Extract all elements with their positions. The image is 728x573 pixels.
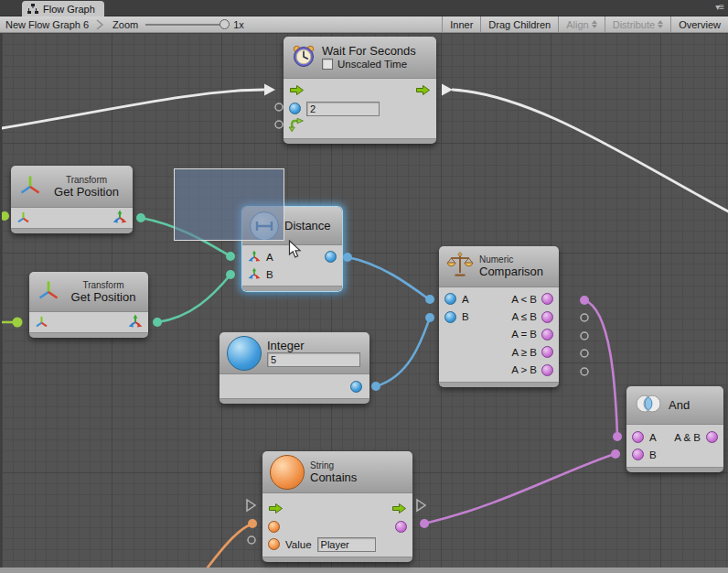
integer-output-port[interactable] [350, 381, 362, 393]
node-wait-footer [284, 138, 436, 144]
value-port[interactable] [268, 538, 280, 550]
node-get-position-1-header[interactable]: Transform Get Position [11, 166, 133, 208]
node-get-position-2-header[interactable]: Transform Get Position [29, 272, 148, 312]
panel-menu-icon[interactable]: ▾≡ [715, 2, 724, 13]
unscaled-time-checkbox[interactable] [322, 59, 333, 70]
node-string-contains[interactable]: String Contains Value [262, 451, 412, 562]
node-comparison-body: A A < B B A ≤ B A = B A ≥ B [439, 287, 559, 382]
node-and[interactable]: And A A & B B [626, 386, 723, 472]
value-label: Value [285, 539, 312, 550]
position-output-port[interactable] [128, 314, 143, 330]
flow-arrowhead-in [264, 84, 275, 96]
flow-graph-icon [27, 4, 38, 15]
overview-button[interactable]: Overview [670, 16, 728, 32]
seconds-port[interactable] [289, 103, 301, 114]
zoom-slider-track[interactable] [145, 24, 228, 26]
wire-integer-to-comparison-b[interactable] [376, 318, 430, 386]
node-numeric-comparison[interactable]: Numeric Comparison A A < B B A ≤ B A = [439, 246, 559, 387]
flow-arrowhead-out [442, 84, 453, 96]
flow-in-port[interactable] [289, 84, 305, 98]
vector3-a-port[interactable] [248, 250, 261, 265]
seconds-input[interactable] [306, 102, 380, 116]
node-get-position-2-footer [29, 332, 148, 338]
zoom-slider-handle[interactable] [219, 19, 230, 29]
tab-title: Flow Graph [43, 4, 95, 15]
output-label: A > B [492, 364, 541, 375]
breadcrumb-chevron-icon [96, 19, 103, 30]
vector3-b-port[interactable] [248, 267, 261, 282]
inner-button[interactable]: Inner [442, 16, 480, 32]
venn-intersection-icon [634, 394, 663, 417]
a-equal-b-port[interactable] [541, 329, 553, 341]
distribute-button[interactable]: Distribute [605, 16, 670, 32]
comparison-a-port[interactable] [444, 293, 456, 305]
a-greaterequal-b-port[interactable] [541, 346, 553, 358]
wire-comparison-to-and-a[interactable] [584, 300, 617, 436]
node-get-position-1-body [11, 208, 133, 228]
node-integer-body [219, 374, 369, 398]
distance-output-port[interactable] [325, 251, 337, 263]
contains-result-port[interactable] [395, 521, 407, 533]
and-b-port[interactable] [632, 449, 644, 460]
node-and-body: A A & B B [626, 425, 723, 467]
node-wait-body [284, 79, 436, 138]
wire-getpos2-to-distance-b[interactable] [157, 275, 230, 322]
flow-in-port[interactable] [268, 503, 284, 516]
scales-icon [446, 251, 474, 282]
output-label: A ≥ B [492, 347, 541, 358]
node-comparison-footer [439, 382, 559, 387]
wire-orange-in[interactable] [205, 524, 251, 568]
node-comparison-header[interactable]: Numeric Comparison [439, 246, 559, 287]
node-integer[interactable]: Integer [219, 332, 369, 404]
selection-rectangle [174, 168, 284, 241]
value-input[interactable] [317, 537, 376, 552]
wire-flow-out[interactable] [453, 90, 728, 212]
node-integer-title: Integer [267, 339, 362, 352]
transform-input-port[interactable] [16, 211, 30, 226]
output-label: A ≤ B [492, 311, 541, 322]
and-b-label: B [649, 449, 657, 460]
node-title: Get Position [71, 290, 136, 304]
node-get-position-1[interactable]: Transform Get Position [11, 166, 133, 233]
node-and-header[interactable]: And [626, 386, 723, 425]
node-and-title: And [669, 398, 690, 412]
and-output-port[interactable] [706, 431, 718, 443]
loop-arrow-icon[interactable] [289, 118, 304, 134]
comparison-b-port[interactable] [444, 311, 456, 323]
and-a-port[interactable] [632, 431, 644, 443]
node-integer-header[interactable]: Integer [219, 332, 369, 374]
graph-canvas[interactable]: Wait For Seconds Unscaled Time [0, 33, 728, 568]
node-wait-header[interactable]: Wait For Seconds Unscaled Time [284, 37, 436, 79]
wire-flow-in[interactable] [2, 90, 263, 128]
tab-bar: Flow Graph ▾≡ [0, 0, 728, 16]
wire-distance-to-comparison-a[interactable] [348, 257, 429, 299]
alarm-clock-icon [291, 43, 316, 72]
flow-out-port[interactable] [391, 503, 407, 516]
node-get-position-1-footer [11, 228, 133, 233]
drag-children-button[interactable]: Drag Children [480, 16, 558, 32]
target-string-port[interactable] [268, 521, 280, 533]
string-sphere-icon [270, 455, 305, 490]
a-lessequal-b-port[interactable] [541, 311, 553, 323]
comparison-a-label: A [462, 294, 469, 305]
position-output-port[interactable] [112, 210, 127, 226]
zoom-slider[interactable] [145, 19, 228, 30]
transform-input-port[interactable] [35, 315, 48, 330]
wire-contains-to-and-b[interactable] [424, 454, 615, 524]
node-wait-for-seconds[interactable]: Wait For Seconds Unscaled Time [284, 37, 436, 144]
a-less-b-port[interactable] [541, 293, 553, 305]
tab-flow-graph[interactable]: Flow Graph [22, 1, 104, 16]
flow-out-port[interactable] [415, 84, 431, 98]
breadcrumb[interactable]: New Flow Graph 6 [0, 16, 96, 32]
node-contains-header[interactable]: String Contains [262, 451, 412, 493]
output-label: A < B [492, 294, 541, 305]
node-get-position-2[interactable]: Transform Get Position [29, 272, 148, 338]
distribute-dropdown-icon [658, 20, 663, 28]
align-button[interactable]: Align [558, 16, 604, 32]
node-and-footer [626, 467, 723, 472]
a-greater-b-port[interactable] [541, 364, 553, 376]
transform-axes-icon [37, 278, 60, 306]
zoom-label: Zoom [112, 19, 138, 30]
integer-value-input[interactable] [267, 352, 360, 367]
distance-a-label: A [266, 252, 273, 263]
